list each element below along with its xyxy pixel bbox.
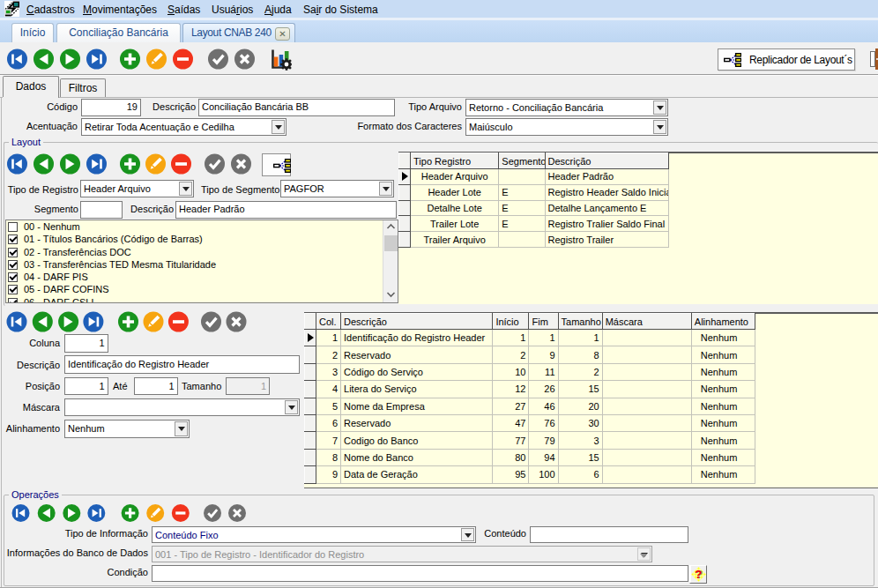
svg-text:?: ? bbox=[695, 567, 702, 580]
